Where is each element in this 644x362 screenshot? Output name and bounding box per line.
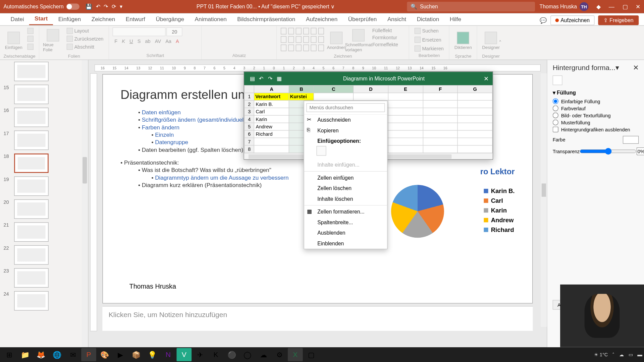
share-button[interactable]: ⇪Freigeben bbox=[598, 15, 639, 25]
battery-icon[interactable]: ▭ bbox=[629, 352, 633, 358]
chart[interactable]: ro Lektor Karin B. Carl Karin Andrew Ric… bbox=[391, 167, 515, 255]
thumb-scrollbar[interactable] bbox=[82, 60, 88, 353]
tab-review[interactable]: Überprüfen bbox=[343, 13, 382, 25]
record-button[interactable]: Aufzeichnen bbox=[550, 15, 595, 25]
gradient-fill-radio[interactable]: Farbverlauf bbox=[553, 106, 639, 111]
tab-help[interactable]: Hilfe bbox=[444, 13, 467, 25]
ctx-insert[interactable]: Zellen einfügen bbox=[304, 173, 387, 183]
tab-transitions[interactable]: Übergänge bbox=[151, 13, 190, 25]
settings-icon[interactable]: ⚙ bbox=[272, 348, 287, 361]
ribbon-mode-icon[interactable]: ◆ bbox=[596, 3, 601, 10]
menu-search[interactable] bbox=[306, 103, 385, 112]
slide-thumbnails[interactable]: 15 16 17 18 19 20 21 22 23 24 bbox=[0, 60, 88, 353]
maximize-icon[interactable]: ▢ bbox=[623, 3, 628, 10]
quick-access[interactable]: 💾↶↷⟳▾ bbox=[84, 4, 124, 10]
ctx-copy[interactable]: ⎘Kopieren bbox=[304, 125, 387, 136]
picture-fill-radio[interactable]: Bild- oder Texturfüllung bbox=[553, 113, 639, 118]
start-button[interactable]: ⊞ bbox=[2, 348, 17, 361]
tab-file[interactable]: Datei bbox=[5, 13, 30, 25]
paste-option-icon[interactable] bbox=[317, 146, 326, 156]
solid-fill-radio[interactable]: Einfarbige Füllung bbox=[553, 98, 639, 104]
app-icon-2[interactable]: 📦 bbox=[129, 348, 144, 361]
tab-slideshow[interactable]: Bildschirmpräsentation bbox=[232, 13, 301, 25]
excel-redo-icon[interactable]: ↷ bbox=[268, 75, 272, 81]
document-title[interactable]: PPT 01 Roter Faden 00... • Auf "diesem P… bbox=[128, 4, 403, 10]
account[interactable]: Thomas Hruska TH bbox=[540, 2, 589, 11]
comments-icon[interactable]: 💬 bbox=[540, 17, 547, 24]
tray-chevron-icon[interactable]: ˄ bbox=[612, 352, 615, 358]
ctx-colwidth[interactable]: Spaltenbreite... bbox=[304, 217, 387, 228]
color-picker[interactable] bbox=[623, 136, 639, 144]
autosave-toggle[interactable]: Automatisches Speichern bbox=[4, 4, 79, 10]
firefox-icon[interactable]: 🦊 bbox=[34, 348, 49, 361]
dictate-button[interactable]: Diktieren bbox=[453, 27, 473, 54]
app-icon[interactable]: 🎨 bbox=[97, 348, 112, 361]
ctx-cut[interactable]: ✂Ausschneiden bbox=[304, 115, 387, 125]
app-icon-7[interactable]: ☁ bbox=[256, 348, 271, 361]
hide-bg-check[interactable]: Hintergrundgrafiken ausblenden bbox=[553, 127, 639, 132]
explorer-icon[interactable]: 📁 bbox=[18, 348, 33, 361]
app-icon-3[interactable]: 💡 bbox=[145, 348, 160, 361]
taskbar[interactable]: ⊞ 📁 🦊 🌐 ✉ P 🎨 ▶ 📦 💡 N V ✈ K ⚫ ◯ ☁ ⚙ X ▢ … bbox=[0, 347, 644, 362]
select-button[interactable]: Markieren bbox=[413, 45, 445, 52]
shapes-gallery[interactable] bbox=[280, 27, 325, 52]
excel-icon[interactable]: X bbox=[288, 348, 303, 361]
editor-scrollbar[interactable] bbox=[541, 73, 547, 327]
layout-button[interactable]: Layout bbox=[65, 27, 105, 35]
ctx-format[interactable]: ▦Zellen formatieren... bbox=[304, 206, 387, 217]
onenote-icon[interactable]: N bbox=[161, 348, 176, 361]
ctx-hide[interactable]: Ausblenden bbox=[304, 228, 387, 238]
obs-icon[interactable]: ⚫ bbox=[224, 348, 239, 361]
transparency-slider[interactable] bbox=[580, 148, 637, 155]
close-icon[interactable]: ✕ bbox=[636, 3, 640, 10]
tab-dictation[interactable]: Dictation bbox=[412, 13, 444, 25]
telegram-icon[interactable]: ✈ bbox=[193, 348, 208, 361]
section-button[interactable]: Abschnitt bbox=[65, 43, 105, 50]
pane-menu-icon[interactable]: ▾ bbox=[615, 64, 619, 72]
paste-button[interactable]: Einfügen bbox=[4, 27, 24, 54]
tab-record[interactable]: Aufzeichnen bbox=[301, 13, 343, 25]
arrange-button[interactable]: Anordnen bbox=[326, 27, 347, 54]
weather[interactable]: ☀ 1°C bbox=[594, 352, 608, 358]
excel-close-icon[interactable]: ✕ bbox=[484, 75, 489, 82]
outlook-icon[interactable]: ✉ bbox=[65, 348, 80, 361]
app-icon-4[interactable]: V bbox=[176, 348, 192, 361]
tab-insert[interactable]: Einfügen bbox=[53, 13, 86, 25]
new-slide-button[interactable]: Neue Folie bbox=[43, 27, 63, 54]
reset-button[interactable]: Zurücksetzen bbox=[65, 35, 105, 42]
onedrive-icon[interactable]: ☁ bbox=[619, 352, 624, 358]
quick-styles-button[interactable]: Schnellformat vorlagen bbox=[348, 27, 369, 54]
app-icon-6[interactable]: ◯ bbox=[240, 348, 255, 361]
excel-grid-icon[interactable]: ▦ bbox=[277, 75, 281, 81]
fill-tab-icon[interactable] bbox=[553, 75, 562, 85]
vlc-icon[interactable]: ▶ bbox=[113, 348, 128, 361]
tab-design[interactable]: Entwurf bbox=[120, 13, 151, 25]
chrome-icon[interactable]: 🌐 bbox=[49, 348, 64, 361]
tab-draw[interactable]: Zeichnen bbox=[86, 13, 120, 25]
tab-home[interactable]: Start bbox=[29, 12, 53, 25]
font-select[interactable] bbox=[113, 27, 166, 36]
notes-pane[interactable]: Klicken Sie, um Notizen hinzuzufügen bbox=[102, 306, 533, 331]
app-icon-8[interactable]: ▢ bbox=[304, 348, 319, 361]
designer-button[interactable]: Designer bbox=[481, 27, 501, 54]
tab-animations[interactable]: Animationen bbox=[190, 13, 232, 25]
excel-undo-icon[interactable]: ↶ bbox=[259, 75, 263, 81]
transparency-input[interactable] bbox=[637, 147, 644, 156]
font-size[interactable]: 20 bbox=[167, 27, 182, 36]
network-icon[interactable]: ▬ bbox=[637, 352, 642, 357]
replace-button[interactable]: Ersetzen bbox=[413, 36, 443, 43]
collapse-ribbon-icon[interactable]: ˄ bbox=[499, 39, 502, 46]
pattern-fill-radio[interactable]: Musterfüllung bbox=[553, 120, 639, 125]
tab-view[interactable]: Ansicht bbox=[382, 13, 412, 25]
excel-menu-icon[interactable]: ▤ bbox=[250, 75, 255, 81]
ctx-delete[interactable]: Zellen löschen bbox=[304, 183, 387, 194]
ctx-unhide[interactable]: Einblenden bbox=[304, 238, 387, 249]
search-box[interactable]: 🔍Suchen bbox=[407, 2, 535, 11]
ctx-clear[interactable]: Inhalte löschen bbox=[304, 194, 387, 204]
powerpoint-icon[interactable]: P bbox=[81, 348, 96, 361]
pane-close-icon[interactable]: ✕ bbox=[633, 64, 639, 72]
app-icon-5[interactable]: K bbox=[208, 348, 223, 361]
find-button[interactable]: Suchen bbox=[413, 27, 440, 35]
ruler-vertical bbox=[90, 73, 97, 331]
minimize-icon[interactable]: — bbox=[609, 3, 614, 10]
